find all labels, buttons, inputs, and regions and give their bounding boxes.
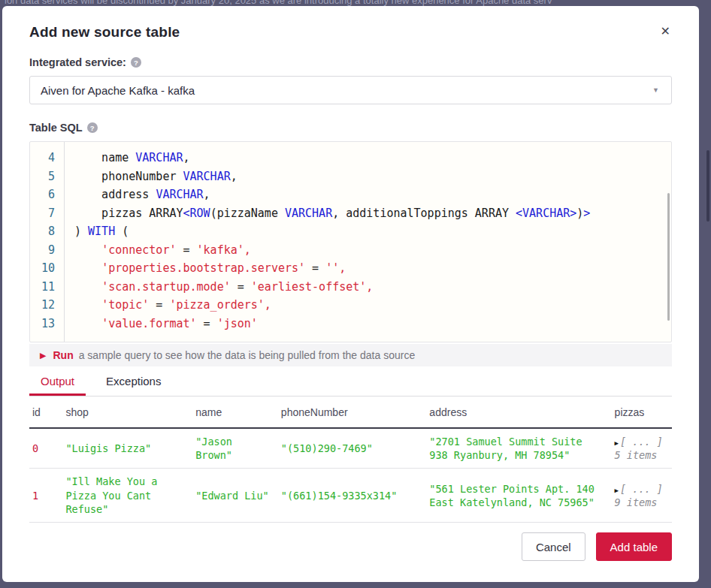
line-number: 13 xyxy=(30,315,55,333)
add-source-table-dialog: Add new source table ✕ Integrated servic… xyxy=(2,6,699,582)
line-number: 5 xyxy=(30,167,55,186)
add-table-button[interactable]: Add table xyxy=(596,532,672,561)
line-number: 10 xyxy=(30,259,55,278)
line-number: 12 xyxy=(30,296,55,315)
code-line: 'topic' = 'pizza_orders', xyxy=(74,296,671,315)
code-line: 'value.format' = 'json' xyxy=(74,315,671,333)
cell-name: "Edward Liu" xyxy=(192,469,278,523)
cell-id: 1 xyxy=(29,469,62,523)
chevron-down-icon: ▼ xyxy=(652,86,659,94)
pizzas-preview: [ ... ] xyxy=(620,483,663,495)
sql-code-editor[interactable]: 45678910111213 name VARCHAR, phoneNumber… xyxy=(29,141,672,342)
background-scrollbar[interactable] xyxy=(706,150,709,222)
dialog-title: Add new source table xyxy=(29,24,180,41)
code-line: name VARCHAR, xyxy=(74,149,671,167)
editor-gutter: 45678910111213 xyxy=(30,142,65,342)
code-line: ) WITH ( xyxy=(74,222,671,241)
dialog-footer: Cancel Add table xyxy=(29,532,672,561)
code-line: 'connector' = 'kafka', xyxy=(74,241,671,260)
line-number: 8 xyxy=(30,222,55,241)
result-tabs: OutputExceptions xyxy=(29,366,672,397)
pizzas-item-count: 5 items xyxy=(615,449,658,461)
integrated-service-selected-value: Aiven for Apache Kafka - kafka xyxy=(41,84,195,97)
cell-shop: "Luigis Pizza" xyxy=(62,428,192,469)
code-line: phoneNumber VARCHAR, xyxy=(74,167,671,186)
integrated-service-select[interactable]: Aiven for Apache Kafka - kafka ▼ xyxy=(29,76,672,104)
cancel-button[interactable]: Cancel xyxy=(522,532,585,561)
pizzas-item-count: 9 items xyxy=(615,496,658,508)
table-sql-label-row: Table SQL ? xyxy=(29,121,672,134)
tab-exceptions[interactable]: Exceptions xyxy=(95,366,172,396)
editor-code[interactable]: name VARCHAR, phoneNumber VARCHAR, addre… xyxy=(65,142,671,342)
output-table: idshopnamephoneNumberaddresspizzas 0"Lui… xyxy=(29,397,672,523)
play-icon[interactable]: ▶ xyxy=(40,351,46,360)
table-row: 0"Luigis Pizza""Jason Brown""(510)290-74… xyxy=(29,428,672,469)
column-header-address: address xyxy=(426,397,611,428)
line-number: 9 xyxy=(30,241,55,260)
column-header-phoneNumber: phoneNumber xyxy=(278,397,427,428)
dialog-header: Add new source table ✕ xyxy=(29,24,672,44)
line-number: 6 xyxy=(30,185,55,204)
help-icon[interactable]: ? xyxy=(131,57,141,68)
expand-icon[interactable]: ▶ xyxy=(615,439,619,447)
cell-shop: "Ill Make You a Pizza You Cant Refuse" xyxy=(62,469,192,523)
table-sql-label: Table SQL xyxy=(29,122,83,134)
line-number: 4 xyxy=(30,149,55,167)
integrated-service-label: Integrated service: xyxy=(29,56,126,68)
line-number: 11 xyxy=(30,278,55,297)
cell-phonenumber: "(510)290-7469" xyxy=(278,428,427,469)
column-header-name: name xyxy=(192,397,278,428)
line-number: 7 xyxy=(30,204,55,223)
cell-phonenumber: "(661)154-9335x314" xyxy=(278,469,427,523)
code-line: pizzas ARRAY<ROW(pizzaName VARCHAR, addi… xyxy=(74,204,671,223)
close-icon[interactable]: ✕ xyxy=(659,24,672,39)
table-row: 1"Ill Make You a Pizza You Cant Refuse""… xyxy=(29,469,672,523)
background-page-text: ion data services will be discontinued b… xyxy=(5,0,711,6)
integrated-service-label-row: Integrated service: ? xyxy=(29,56,672,69)
cell-address: "2701 Samuel Summit Suite 938 Ryanbury, … xyxy=(426,428,611,469)
code-line: 'properties.bootstrap.servers' = '', xyxy=(74,259,671,278)
pizzas-preview: [ ... ] xyxy=(620,436,663,448)
run-button[interactable]: Run xyxy=(53,349,73,361)
column-header-shop: shop xyxy=(62,397,192,428)
cell-address: "561 Lester Points Apt. 140 East Katelyn… xyxy=(426,469,611,523)
column-header-id: id xyxy=(29,397,62,428)
cell-id: 0 xyxy=(29,428,62,469)
output-table-body: 0"Luigis Pizza""Jason Brown""(510)290-74… xyxy=(29,428,672,523)
help-icon[interactable]: ? xyxy=(87,122,98,133)
column-header-pizzas: pizzas xyxy=(612,397,672,428)
output-table-header-row: idshopnamephoneNumberaddresspizzas xyxy=(29,397,672,428)
cell-pizzas: ▶[ ... ]5 items xyxy=(612,428,672,469)
run-hint-text: a sample query to see how the data is be… xyxy=(79,349,416,361)
editor-scrollbar-thumb[interactable] xyxy=(667,193,670,321)
expand-icon[interactable]: ▶ xyxy=(615,487,619,494)
tab-output[interactable]: Output xyxy=(29,366,86,396)
code-line: 'scan.startup.mode' = 'earliest-offset', xyxy=(74,278,671,297)
run-query-bar: ▶ Run a sample query to see how the data… xyxy=(29,344,672,366)
code-line: address VARCHAR, xyxy=(74,185,671,204)
cell-name: "Jason Brown" xyxy=(192,428,278,469)
cell-pizzas: ▶[ ... ]9 items xyxy=(612,469,672,523)
